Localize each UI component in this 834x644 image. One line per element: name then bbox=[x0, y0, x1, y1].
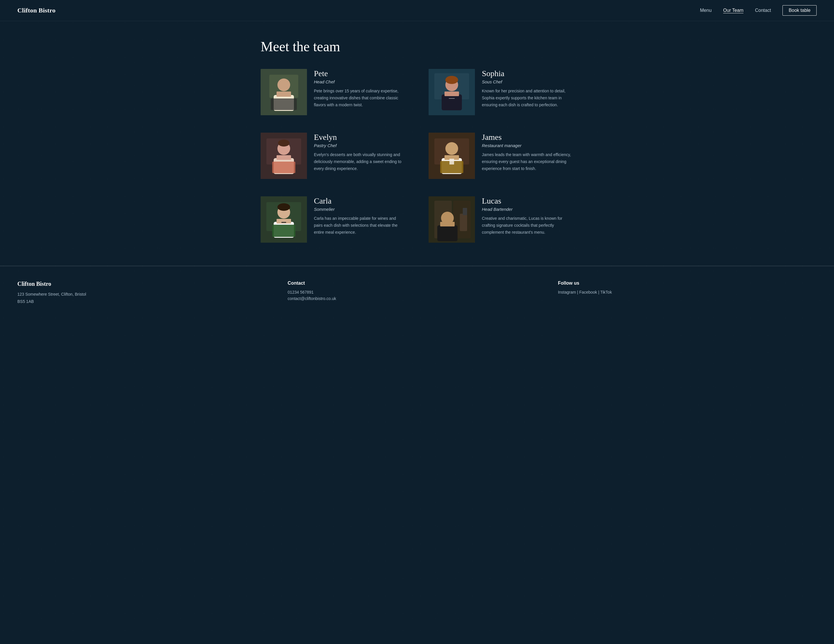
team-member-carla: Carla Sommelier Carla has an impeccable … bbox=[260, 196, 406, 243]
site-logo[interactable]: Clifton Bistro bbox=[18, 6, 56, 14]
svg-rect-11 bbox=[444, 92, 459, 96]
svg-point-9 bbox=[445, 76, 458, 84]
member-bio-sophia: Known for her precision and attention to… bbox=[482, 88, 574, 108]
main-content: Meet the team Pete Head Chef Pete brings… bbox=[243, 21, 591, 266]
svg-point-30 bbox=[277, 203, 290, 211]
page-title: Meet the team bbox=[260, 39, 574, 55]
footer-brand-section: Clifton Bistro 123 Somewhere Street, Cli… bbox=[18, 281, 276, 305]
svg-rect-10 bbox=[441, 94, 462, 110]
footer-social-links[interactable]: Instagram | Facebook | TikTok bbox=[558, 290, 816, 294]
team-photo-pete bbox=[260, 69, 307, 115]
team-member-evelyn: Evelyn Pastry Chef Evelyn's desserts are… bbox=[260, 132, 406, 179]
nav-menu[interactable]: Menu bbox=[700, 8, 711, 13]
nav-our-team[interactable]: Our Team bbox=[723, 8, 743, 13]
member-bio-carla: Carla has an impeccable palate for wines… bbox=[314, 215, 406, 236]
team-photo-james bbox=[428, 132, 475, 179]
member-role-carla: Sommelier bbox=[314, 207, 406, 211]
svg-rect-18 bbox=[276, 155, 291, 160]
member-bio-james: James leads the team with warmth and eff… bbox=[482, 152, 574, 172]
footer-address-line1: 123 Somewhere Street, Clifton, Bristol bbox=[18, 292, 86, 297]
svg-rect-33 bbox=[272, 225, 296, 237]
footer-phone: 01234 567891 bbox=[288, 290, 546, 294]
team-photo-sophia bbox=[428, 69, 475, 115]
team-grid: Pete Head Chef Pete brings over 15 years… bbox=[260, 69, 574, 243]
svg-rect-26 bbox=[449, 159, 454, 165]
team-photo-evelyn bbox=[260, 132, 307, 179]
svg-point-2 bbox=[277, 79, 290, 91]
footer-address-line2: BS5 1AB bbox=[18, 299, 34, 304]
team-info-james: James Restaurant manager James leads the… bbox=[482, 132, 574, 172]
footer-address: 123 Somewhere Street, Clifton, Bristol B… bbox=[18, 291, 276, 305]
member-role-evelyn: Pastry Chef bbox=[314, 143, 406, 148]
svg-rect-41 bbox=[460, 214, 467, 231]
team-info-pete: Pete Head Chef Pete brings over 15 years… bbox=[314, 69, 406, 108]
team-info-sophia: Sophia Sous Chef Known for her precision… bbox=[482, 69, 574, 108]
book-table-button[interactable]: Book table bbox=[782, 5, 816, 16]
navbar: Clifton Bistro Menu Our Team Contact Boo… bbox=[0, 0, 834, 21]
svg-rect-19 bbox=[272, 161, 296, 173]
team-member-sophia: Sophia Sous Chef Known for her precision… bbox=[428, 69, 574, 115]
team-photo-carla bbox=[260, 196, 307, 243]
svg-rect-5 bbox=[271, 98, 297, 110]
footer: Clifton Bistro 123 Somewhere Street, Cli… bbox=[0, 266, 834, 317]
svg-rect-40 bbox=[440, 222, 455, 226]
team-info-carla: Carla Sommelier Carla has an impeccable … bbox=[314, 196, 406, 236]
nav-contact[interactable]: Contact bbox=[755, 8, 771, 13]
member-role-lucas: Head Bartender bbox=[482, 207, 574, 211]
team-member-james: James Restaurant manager James leads the… bbox=[428, 132, 574, 179]
svg-rect-4 bbox=[276, 92, 291, 97]
member-name-sophia: Sophia bbox=[482, 69, 574, 78]
member-role-sophia: Sous Chef bbox=[482, 79, 574, 84]
svg-rect-32 bbox=[276, 219, 291, 224]
team-photo-lucas bbox=[428, 196, 475, 243]
member-name-carla: Carla bbox=[314, 196, 406, 206]
svg-rect-39 bbox=[437, 225, 457, 241]
member-name-james: James bbox=[482, 132, 574, 142]
team-member-lucas: Lucas Head Bartender Creative and charis… bbox=[428, 196, 574, 243]
footer-contact-section: Contact 01234 567891 contact@cliftonbist… bbox=[288, 281, 546, 305]
team-info-evelyn: Evelyn Pastry Chef Evelyn's desserts are… bbox=[314, 132, 406, 172]
team-info-lucas: Lucas Head Bartender Creative and charis… bbox=[482, 196, 574, 236]
member-name-evelyn: Evelyn bbox=[314, 132, 406, 142]
member-name-pete: Pete bbox=[314, 69, 406, 78]
svg-point-22 bbox=[445, 142, 458, 155]
member-role-james: Restaurant manager bbox=[482, 143, 574, 148]
footer-email: contact@cliftonbistro.co.uk bbox=[288, 296, 546, 301]
footer-brand: Clifton Bistro bbox=[18, 281, 276, 287]
footer-social-section: Follow us Instagram | Facebook | TikTok bbox=[558, 281, 816, 305]
footer-contact-title: Contact bbox=[288, 281, 546, 286]
team-member-pete: Pete Head Chef Pete brings over 15 years… bbox=[260, 69, 406, 115]
member-bio-lucas: Creative and charismatic, Lucas is known… bbox=[482, 215, 574, 236]
member-role-pete: Head Chef bbox=[314, 79, 406, 84]
nav-links: Menu Our Team Contact Book table bbox=[700, 5, 816, 16]
member-bio-evelyn: Evelyn's desserts are both visually stun… bbox=[314, 152, 406, 172]
footer-follow-title: Follow us bbox=[558, 281, 816, 286]
svg-rect-42 bbox=[463, 208, 467, 215]
member-name-lucas: Lucas bbox=[482, 196, 574, 206]
member-bio-pete: Pete brings over 15 years of culinary ex… bbox=[314, 88, 406, 108]
svg-point-16 bbox=[278, 140, 289, 147]
